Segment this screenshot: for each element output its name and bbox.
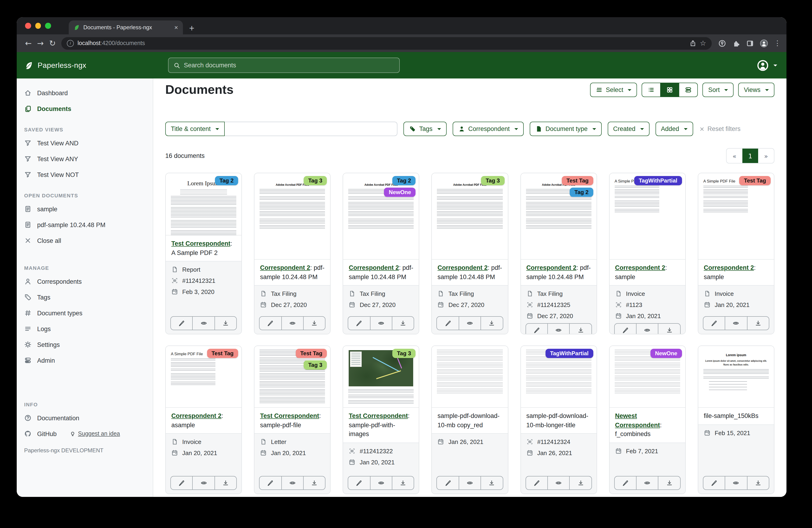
- edit-button[interactable]: [614, 476, 636, 489]
- view-button[interactable]: [192, 317, 215, 330]
- edit-button[interactable]: [260, 476, 281, 489]
- view-button[interactable]: [547, 324, 569, 334]
- views-button[interactable]: Views: [738, 83, 774, 97]
- side-panel-icon[interactable]: [746, 39, 754, 47]
- correspondent-link[interactable]: Correspondent 2: [438, 264, 488, 271]
- document-thumbnail[interactable]: TagWithPartial: [521, 346, 596, 408]
- sidebar-item-test-view-not[interactable]: Test View NOT: [17, 167, 153, 183]
- tag-badge[interactable]: Test Tag: [295, 349, 327, 358]
- sidebar-item-test-view-any[interactable]: Test View ANY: [17, 151, 153, 167]
- document-thumbnail[interactable]: Test TagTag 3: [255, 346, 330, 408]
- document-card[interactable]: Adobe Acrobat PDF FilesTest TagTag 2Corr…: [520, 173, 597, 334]
- bookmark-star-icon[interactable]: ☆: [700, 39, 706, 47]
- sidebar-item-dashboard[interactable]: Dashboard: [17, 85, 153, 101]
- sidebar-item-documentation[interactable]: Documentation: [17, 410, 153, 426]
- document-thumbnail[interactable]: Tag 3: [343, 346, 419, 408]
- new-tab-button[interactable]: +: [189, 24, 194, 32]
- download-button[interactable]: [480, 476, 503, 489]
- tag-badge[interactable]: TagWithPartial: [545, 349, 593, 358]
- extensions-puzzle-icon[interactable]: [732, 39, 740, 47]
- browser-menu-kebab-icon[interactable]: ⋮: [774, 39, 781, 47]
- correspondent-link[interactable]: Test Correspondent: [171, 240, 231, 247]
- filter-document-type-button[interactable]: Document type: [530, 122, 602, 136]
- edit-button[interactable]: [437, 476, 459, 489]
- view-button[interactable]: [459, 317, 481, 330]
- filter-field-selector[interactable]: Title & content: [165, 122, 225, 136]
- download-button[interactable]: [658, 324, 680, 334]
- sidebar-item-documents[interactable]: Documents: [17, 101, 153, 117]
- back-button[interactable]: ←: [22, 39, 34, 48]
- browser-profile-avatar[interactable]: [760, 39, 768, 47]
- download-button[interactable]: [392, 317, 414, 330]
- sidebar-item-close-all[interactable]: Close all: [17, 233, 153, 248]
- pagination-current-page[interactable]: 1: [742, 148, 758, 163]
- document-thumbnail[interactable]: [432, 346, 508, 408]
- view-button[interactable]: [636, 324, 658, 334]
- close-window-button[interactable]: [25, 23, 31, 29]
- filter-correspondent-button[interactable]: Correspondent: [452, 122, 524, 136]
- download-button[interactable]: [392, 476, 414, 489]
- document-card[interactable]: NewOneNewest Correspondent: f_combinedsF…: [609, 345, 685, 494]
- sidebar-item-pdf-sample-10-24-48-pm[interactable]: pdf-sample 10.24.48 PM: [17, 217, 153, 233]
- sidebar-item-logs[interactable]: Logs: [17, 321, 153, 337]
- password-manager-icon[interactable]: [718, 39, 726, 47]
- correspondent-link[interactable]: Test Correspondent: [349, 412, 408, 419]
- document-card[interactable]: Adobe Acrobat PDF FilesTag 3Corresponden…: [254, 173, 331, 334]
- document-card[interactable]: Tag 3Test Correspondent: sample-pdf-with…: [343, 345, 419, 494]
- user-menu[interactable]: [757, 59, 786, 71]
- sidebar-item-sample[interactable]: sample: [17, 201, 153, 217]
- app-brand[interactable]: Paperless-ngx: [17, 61, 86, 70]
- view-button[interactable]: [725, 317, 747, 330]
- select-button[interactable]: Select: [590, 83, 637, 97]
- tag-badge[interactable]: Test Tag: [739, 176, 771, 185]
- tag-badge[interactable]: Test Tag: [562, 176, 593, 185]
- correspondent-link[interactable]: Correspondent 2: [349, 264, 399, 271]
- suggest-an-idea-link[interactable]: Suggest an idea: [70, 430, 120, 437]
- document-card[interactable]: A Simple PDF FileTest TagCorrespondent 2…: [698, 173, 774, 334]
- sidebar-item-document-types[interactable]: Document types: [17, 305, 153, 321]
- filter-text-input[interactable]: [225, 122, 397, 136]
- sidebar-item-correspondents[interactable]: Correspondents: [17, 273, 153, 289]
- sidebar-item-settings[interactable]: Settings: [17, 337, 153, 353]
- correspondent-link[interactable]: Test Correspondent: [260, 412, 319, 419]
- edit-button[interactable]: [704, 317, 725, 330]
- site-info-icon[interactable]: [67, 40, 74, 47]
- forward-button[interactable]: →: [34, 39, 46, 48]
- tab-close-icon[interactable]: ×: [174, 24, 178, 31]
- filter-added-button[interactable]: Added: [655, 122, 693, 136]
- reload-button[interactable]: ↻: [46, 39, 58, 48]
- edit-button[interactable]: [704, 476, 725, 489]
- document-thumbnail[interactable]: A Simple PDF FileTest Tag: [698, 173, 774, 260]
- view-button[interactable]: [281, 317, 303, 330]
- download-button[interactable]: [569, 324, 592, 334]
- edit-button[interactable]: [526, 324, 547, 334]
- download-button[interactable]: [303, 317, 325, 330]
- edit-button[interactable]: [171, 476, 192, 489]
- document-thumbnail[interactable]: A Simple PDF FileTagWithPartial: [609, 173, 685, 260]
- tag-badge[interactable]: Tag 2: [570, 188, 593, 197]
- view-button[interactable]: [192, 476, 215, 489]
- sort-button[interactable]: Sort: [703, 83, 734, 97]
- view-button[interactable]: [547, 476, 569, 489]
- sidebar-item-admin[interactable]: Admin: [17, 353, 153, 368]
- maximize-window-button[interactable]: [45, 23, 51, 29]
- view-button[interactable]: [370, 476, 392, 489]
- document-card[interactable]: Test TagTag 3Test Correspondent: sample-…: [254, 345, 331, 494]
- document-thumbnail[interactable]: Adobe Acrobat PDF FilesTest TagTag 2: [521, 173, 596, 260]
- correspondent-link[interactable]: Newest Correspondent: [615, 412, 660, 428]
- global-search-input[interactable]: Search documents: [168, 58, 400, 73]
- tag-badge[interactable]: TagWithPartial: [634, 176, 682, 185]
- view-button[interactable]: [636, 476, 658, 489]
- correspondent-link[interactable]: Correspondent 2: [615, 264, 665, 271]
- edit-button[interactable]: [348, 476, 370, 489]
- reset-filters-button[interactable]: Reset filters: [699, 125, 740, 132]
- tag-badge[interactable]: Tag 3: [304, 176, 327, 185]
- document-thumbnail[interactable]: Adobe Acrobat PDF FilesTag 3: [432, 173, 508, 260]
- document-card[interactable]: Lorem IpsumTag 2Test Correspondent: A Sa…: [165, 173, 242, 334]
- share-icon[interactable]: [689, 40, 696, 47]
- filter-created-button[interactable]: Created: [608, 122, 649, 136]
- tag-badge[interactable]: Tag 3: [392, 349, 416, 358]
- correspondent-link[interactable]: Correspondent 2: [526, 264, 576, 271]
- document-thumbnail[interactable]: A Simple PDF FileTest Tag: [166, 346, 242, 408]
- edit-button[interactable]: [348, 317, 370, 330]
